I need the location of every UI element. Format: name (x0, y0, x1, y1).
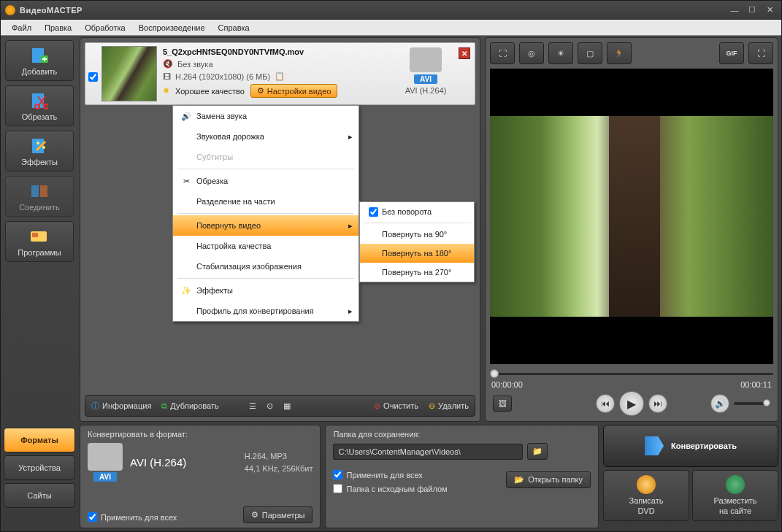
tool-effects[interactable]: Эффекты (5, 131, 74, 171)
gif-button[interactable]: GIF (719, 42, 744, 64)
brightness-tool-button[interactable]: ☀ (548, 42, 573, 64)
apply-all-folder-checkbox[interactable] (333, 470, 342, 479)
seek-slider[interactable] (490, 369, 773, 379)
convert-button[interactable]: Конвертировать (603, 425, 778, 467)
view-toggle-icon[interactable]: ⊙ (267, 401, 273, 411)
ctx-quality[interactable]: Настройка качества (173, 236, 359, 256)
info-small-icon[interactable]: 📋 (275, 72, 285, 81)
duplicate-button[interactable]: ⧉Дублировать (161, 401, 218, 411)
next-button[interactable]: ⏭ (648, 394, 667, 413)
camera-icon (88, 443, 123, 471)
ctx-profile[interactable]: Профиль для конвертирования▸ (173, 301, 359, 321)
tab-devices[interactable]: Устройства (4, 455, 75, 480)
minimize-button[interactable]: — (727, 5, 742, 15)
app-title: ВидеоМАСТЕР (20, 6, 724, 15)
gear-icon: ⚙ (251, 510, 258, 520)
ctx-effects[interactable]: ✨Эффекты (173, 280, 359, 301)
view-grid-icon[interactable]: ▦ (283, 401, 291, 411)
ctx-rotate[interactable]: Повернуть видео▸ (173, 215, 359, 236)
sub-rotate-90[interactable]: Повернуть на 90° (360, 225, 474, 244)
preview-panel: ⛶ ◎ ☀ ▢ 🏃 GIF ⛶ 00:00:00 00:00:11 🖼 (485, 37, 778, 422)
no-rotate-checkbox[interactable] (369, 207, 378, 217)
file-remove-button[interactable]: ✕ (459, 47, 470, 59)
maximize-button[interactable]: ☐ (745, 5, 759, 15)
same-folder-checkbox[interactable] (333, 484, 342, 493)
file-format-col[interactable]: AVI AVI (H.264) (394, 46, 457, 95)
wand-icon: ✨ (176, 286, 196, 296)
menu-process[interactable]: Обработка (78, 21, 131, 34)
svg-rect-8 (31, 185, 39, 197)
format-details: H.264, MP3 44,1 KHz, 256Кбит (245, 450, 313, 474)
tab-sites[interactable]: Сайты (4, 483, 75, 508)
effects-icon (29, 136, 50, 156)
params-button[interactable]: ⚙Параметры (243, 506, 313, 523)
svg-point-6 (37, 142, 39, 144)
clear-icon: ⊘ (374, 401, 380, 411)
menu-help[interactable]: Справка (212, 21, 256, 34)
format-tabs: Форматы Устройства Сайты (4, 425, 75, 528)
file-codec: H.264 (1920x1080) (6 МБ) (175, 72, 270, 81)
file-checkbox[interactable] (88, 72, 98, 82)
duplicate-icon: ⧉ (161, 401, 167, 411)
folder-panel-title: Папка для сохранения: (333, 430, 591, 439)
tab-formats[interactable]: Форматы (4, 428, 75, 452)
play-button[interactable]: ▶ (619, 391, 644, 416)
delete-icon: ⊖ (429, 401, 435, 411)
ctx-replace-audio[interactable]: 🔊Замена звука (173, 106, 359, 126)
tool-programs[interactable]: Программы (5, 221, 74, 262)
mute-icon: 🔇 (163, 59, 173, 69)
ctx-audio-track[interactable]: Звуковая дорожка▸ (173, 126, 359, 147)
file-list: 00:00:11 5_Q2xpcHNfSEQ0NDY0NTVfMQ.mov 🔇Б… (80, 37, 480, 422)
info-button[interactable]: ⓘИнформация (91, 401, 151, 412)
fullscreen-button[interactable]: ⛶ (748, 42, 773, 64)
snapshot-button[interactable]: 🖼 (493, 396, 512, 412)
titlebar: ВидеоМАСТЕР — ☐ ✕ (1, 1, 781, 20)
sub-no-rotate[interactable]: Без поворота (360, 202, 474, 221)
volume-button[interactable]: 🔊 (710, 394, 729, 413)
speed-tool-button[interactable]: 🏃 (607, 42, 632, 64)
sub-rotate-270[interactable]: Повернуть на 270° (360, 263, 474, 282)
frame-tool-button[interactable]: ▢ (578, 42, 602, 64)
join-icon (29, 181, 50, 201)
video-preview[interactable] (490, 69, 773, 364)
chevron-right-icon: ▸ (348, 307, 353, 316)
time-total: 00:00:11 (740, 380, 772, 389)
apply-all-format-checkbox[interactable] (88, 512, 97, 522)
quality-star-icon: ✸ (163, 86, 169, 96)
open-folder-button[interactable]: 📂Открыть папку (506, 471, 591, 488)
delete-button[interactable]: ⊖Удалить (429, 401, 469, 411)
left-toolbar: Добавить Обрезать Эффекты Соединить Прог… (4, 37, 75, 422)
rotate-submenu: Без поворота Повернуть на 90° Повернуть … (359, 201, 475, 282)
sub-rotate-180[interactable]: Повернуть на 180° (360, 244, 474, 263)
view-list-icon[interactable]: ☰ (249, 401, 256, 411)
file-thumbnail[interactable]: 00:00:11 (101, 46, 157, 101)
close-button[interactable]: ✕ (762, 5, 777, 15)
format-panel: Конвертировать в формат: AVI AVI (H.264)… (80, 425, 321, 528)
crop-tool-button[interactable]: ⛶ (490, 42, 515, 64)
format-badge: AVI (93, 472, 117, 482)
globe-icon (726, 475, 745, 494)
cut-icon (29, 90, 50, 111)
ctx-stabilize[interactable]: Стабилизация изображения (173, 256, 359, 277)
audio-icon: 🔊 (176, 112, 196, 121)
file-row[interactable]: 00:00:11 5_Q2xpcHNfSEQ0NDY0NTVfMQ.mov 🔇Б… (85, 42, 475, 105)
format-sub: AVI (H.264) (405, 86, 447, 95)
tool-add[interactable]: Добавить (5, 40, 74, 81)
ctx-split[interactable]: Разделение на части (173, 191, 359, 212)
prev-button[interactable]: ⏮ (596, 394, 615, 413)
tool-join[interactable]: Соединить (5, 176, 74, 217)
video-settings-button[interactable]: ⚙ Настройки видео (250, 84, 338, 98)
browse-folder-button[interactable]: 📁 (527, 443, 548, 460)
clear-button[interactable]: ⊘Очистить (374, 401, 418, 411)
volume-slider[interactable] (734, 402, 770, 405)
ctx-crop[interactable]: ✂Обрезка (173, 171, 359, 191)
upload-web-button[interactable]: Разместитьна сайте (692, 470, 778, 521)
chevron-right-icon: ▸ (348, 132, 353, 142)
enhance-tool-button[interactable]: ◎ (519, 42, 544, 64)
folder-path-input[interactable]: C:\Users\ContentManager\Videos\ (333, 444, 523, 460)
tool-cut[interactable]: Обрезать (5, 85, 74, 126)
menu-play[interactable]: Воспроизведение (132, 21, 212, 34)
menu-file[interactable]: Файл (5, 21, 38, 34)
burn-dvd-button[interactable]: ЗаписатьDVD (603, 470, 689, 521)
menu-edit[interactable]: Правка (38, 21, 78, 34)
